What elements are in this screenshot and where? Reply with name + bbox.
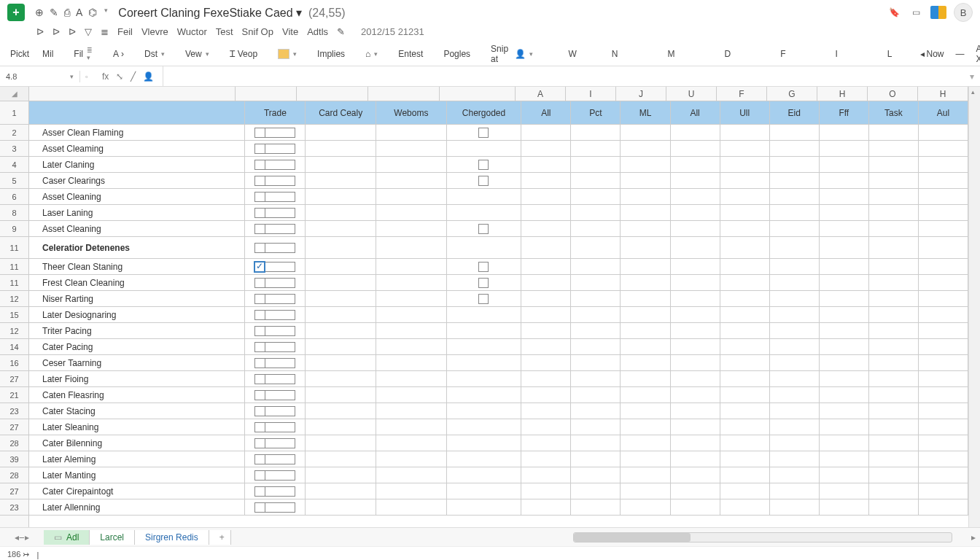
cell[interactable] — [919, 499, 968, 515]
checkbox[interactable] — [478, 294, 489, 304]
cell[interactable] — [571, 451, 621, 467]
menu-item[interactable]: Test — [216, 26, 233, 37]
checkbox[interactable] — [478, 160, 489, 170]
row-header[interactable]: 5 — [0, 173, 28, 189]
header-small[interactable]: All — [671, 101, 720, 124]
row-header[interactable]: 6 — [0, 189, 28, 205]
menu-item[interactable]: Feil — [117, 26, 133, 37]
cell[interactable] — [671, 355, 720, 370]
checkbox-pair[interactable] — [254, 406, 295, 416]
cell[interactable] — [919, 157, 968, 172]
cell[interactable] — [770, 419, 820, 435]
cell[interactable] — [306, 291, 376, 306]
cell[interactable] — [621, 307, 670, 322]
checkbox-pair[interactable] — [254, 192, 295, 202]
cell[interactable] — [621, 355, 670, 370]
header-small[interactable]: Ull — [720, 101, 770, 124]
scroll-right-icon[interactable]: ▸ — [967, 532, 980, 542]
cell[interactable] — [770, 371, 820, 386]
row-header[interactable]: 9 — [0, 221, 28, 237]
cell[interactable] — [720, 291, 770, 306]
cell[interactable] — [376, 419, 447, 435]
cell[interactable] — [571, 275, 621, 290]
cherg-cell[interactable] — [447, 323, 522, 338]
cell[interactable] — [521, 339, 571, 354]
task-label[interactable]: Later Sleaning — [29, 419, 245, 435]
cell[interactable] — [869, 323, 919, 338]
cell[interactable] — [869, 387, 919, 402]
cell[interactable] — [820, 291, 869, 306]
trade-cell[interactable] — [245, 483, 306, 499]
cell[interactable] — [720, 307, 770, 322]
cherg-cell[interactable] — [447, 141, 522, 156]
header-card[interactable]: Card Cealy — [306, 101, 376, 124]
col-letter[interactable]: H — [817, 87, 868, 101]
toolbar-fil[interactable]: Fil≣ ▾ — [71, 45, 96, 63]
cell[interactable] — [306, 237, 376, 258]
cell[interactable] — [571, 435, 621, 451]
checkbox[interactable] — [478, 128, 489, 138]
cell[interactable] — [820, 371, 869, 386]
cell[interactable] — [919, 323, 968, 338]
checkbox-pair[interactable] — [254, 243, 295, 253]
task-label[interactable]: Triter Pacing — [29, 323, 245, 338]
checkbox-pair[interactable] — [254, 374, 295, 384]
cell[interactable] — [820, 467, 869, 483]
cell[interactable] — [376, 355, 447, 370]
user-avatar[interactable]: B — [954, 3, 973, 22]
vertical-scrollbar[interactable] — [968, 87, 980, 527]
cherg-cell[interactable] — [447, 387, 522, 402]
trade-cell[interactable] — [245, 323, 306, 338]
cell[interactable] — [919, 307, 968, 322]
cell[interactable] — [376, 141, 447, 156]
toolbar-vew[interactable]: Vew▾ — [182, 47, 212, 61]
cell[interactable] — [571, 419, 621, 435]
fx-cancel-icon[interactable]: ⤡ — [116, 71, 123, 82]
cell[interactable] — [720, 205, 770, 220]
header-small[interactable]: Fff — [820, 101, 869, 124]
cell[interactable] — [869, 355, 919, 370]
cell[interactable] — [306, 419, 376, 435]
cell[interactable] — [720, 141, 770, 156]
cell[interactable] — [571, 387, 621, 402]
cherg-cell[interactable] — [447, 355, 522, 370]
cell[interactable] — [621, 173, 670, 188]
cell[interactable] — [621, 323, 670, 338]
header-small[interactable]: Aul — [919, 101, 968, 124]
cell[interactable] — [521, 291, 571, 306]
toolbar-letter[interactable]: N — [609, 47, 621, 61]
trade-cell[interactable] — [245, 189, 306, 204]
menu-item[interactable]: Wuctor — [177, 26, 207, 37]
tag-icon[interactable]: 🔖 — [887, 5, 901, 20]
trade-cell[interactable] — [245, 221, 306, 236]
checkbox-pair[interactable] — [254, 224, 295, 234]
toolbar-letter[interactable]: I — [832, 47, 840, 61]
toolbar-veop[interactable]: Ꮖ Veop — [227, 47, 260, 61]
trade-cell[interactable] — [245, 419, 306, 435]
cell[interactable] — [869, 467, 919, 483]
cell[interactable] — [671, 307, 720, 322]
toolbar-snipat[interactable]: Snip at 👤▾ — [488, 42, 536, 66]
cell[interactable] — [571, 237, 621, 258]
cell[interactable] — [306, 451, 376, 467]
cell[interactable] — [869, 403, 919, 419]
cell[interactable] — [820, 173, 869, 188]
cell[interactable] — [869, 237, 919, 258]
cell[interactable] — [521, 499, 571, 515]
cell[interactable] — [376, 483, 447, 499]
checkbox-pair[interactable] — [254, 390, 295, 400]
menu-prefix-icon[interactable]: ≣ — [101, 26, 109, 37]
horizontal-scrollbar[interactable] — [573, 532, 952, 542]
cherg-cell[interactable] — [447, 339, 522, 354]
trade-cell[interactable] — [245, 435, 306, 451]
checkbox-pair[interactable] — [254, 358, 295, 368]
row-header[interactable]: 39 — [0, 451, 28, 467]
cell[interactable] — [820, 275, 869, 290]
checkbox-pair[interactable] — [254, 454, 295, 464]
cell[interactable] — [820, 323, 869, 338]
cell[interactable] — [770, 387, 820, 402]
cell[interactable] — [571, 483, 621, 499]
cell[interactable] — [720, 483, 770, 499]
cell[interactable] — [671, 339, 720, 354]
cell[interactable] — [671, 189, 720, 204]
